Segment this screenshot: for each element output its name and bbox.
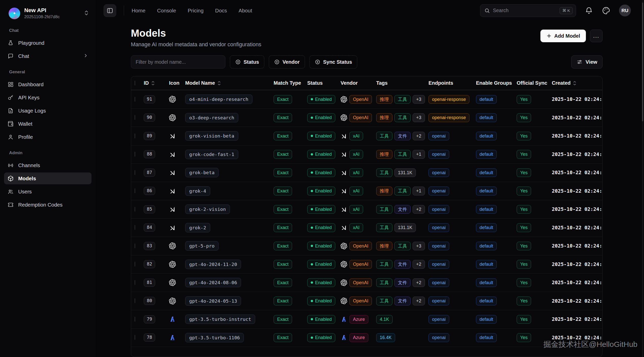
row-checkbox[interactable] <box>135 115 135 120</box>
endpoint-badge: openai-response <box>428 113 469 122</box>
row-checkbox[interactable] <box>135 188 135 193</box>
workspace-switcher[interactable]: ✦ New API 20251108-2fd7d8c <box>0 5 96 21</box>
chevron-updown-icon[interactable] <box>84 10 89 17</box>
xai-logo-icon <box>341 224 347 231</box>
global-search[interactable]: ⌘ K <box>480 4 576 17</box>
row-checkbox[interactable] <box>135 335 135 340</box>
page-scrollbar-thumb[interactable] <box>642 3 643 121</box>
table-row: 82gpt-4o-2024-11-20ExactEnabledOpenAI工具文… <box>131 255 602 274</box>
user-avatar[interactable]: RU <box>619 5 631 16</box>
model-name-pill: grok-2 <box>185 223 210 232</box>
enable-group-badge: default <box>476 315 497 324</box>
row-checkbox[interactable] <box>135 133 135 138</box>
sidebar: ✦ New API 20251108-2fd7d8c ChatPlaygroun… <box>0 0 96 357</box>
column-header-id[interactable]: ID <box>144 80 169 86</box>
endpoint-badge: openai <box>428 168 449 177</box>
tag-badge: 工具 <box>376 168 392 177</box>
sidebar-item-playground[interactable]: Playground <box>4 37 91 49</box>
row-checkbox[interactable] <box>135 207 135 212</box>
sidebar-item-chat[interactable]: Chat <box>4 50 91 62</box>
row-checkbox[interactable] <box>135 243 135 248</box>
tag-badge: 工具 <box>394 95 411 104</box>
openai-logo-icon <box>169 298 176 304</box>
openai-logo-icon <box>341 279 347 286</box>
column-header-created[interactable]: Created <box>552 80 602 86</box>
sidebar-toggle-button[interactable] <box>104 4 116 17</box>
sidebar-item-profile[interactable]: Profile <box>4 131 91 143</box>
endpoint-badge: openai <box>428 150 449 159</box>
model-id-badge: 84 <box>144 224 155 232</box>
palette-icon <box>602 6 610 15</box>
match-type-badge: Exact <box>274 113 292 122</box>
column-header-enable-groups: Enable Groups <box>476 80 517 86</box>
row-checkbox[interactable] <box>135 97 135 102</box>
ellipsis-icon: ... <box>593 33 599 39</box>
match-type-badge: Exact <box>274 205 292 214</box>
tag-badge: 工具 <box>376 297 392 305</box>
column-header-endpoints: Endpoints <box>428 80 476 86</box>
row-checkbox[interactable] <box>135 262 135 266</box>
top-nav: HomeConsolePricingDocsAbout <box>132 8 252 14</box>
sidebar-item-channels[interactable]: Channels <box>4 159 91 171</box>
created-timestamp: 2025-10-22 02:24:3 <box>552 261 602 267</box>
top-nav-link-home[interactable]: Home <box>132 8 146 14</box>
status-dot <box>311 337 313 339</box>
sort-icon[interactable] <box>573 81 576 85</box>
key-icon <box>8 95 14 101</box>
add-model-button[interactable]: Add Model <box>540 30 586 42</box>
table-row: 89grok-vision-betaExactEnabledxAI工具文件+2o… <box>131 127 602 145</box>
sort-icon[interactable] <box>218 81 221 85</box>
column-header-model-name[interactable]: Model Name <box>185 80 274 86</box>
xai-logo-icon <box>341 206 347 213</box>
row-checkbox[interactable] <box>135 280 135 285</box>
row-checkbox[interactable] <box>135 225 135 230</box>
official-sync-badge: Yes <box>517 297 531 305</box>
sidebar-item-users[interactable]: Users <box>4 186 91 197</box>
row-checkbox[interactable] <box>135 298 135 303</box>
select-all-checkbox[interactable] <box>135 81 135 85</box>
filter-button-sync-status[interactable]: Sync Status <box>309 55 357 69</box>
row-checkbox[interactable] <box>135 317 135 322</box>
chat-icon <box>8 53 14 59</box>
cube-icon <box>8 175 14 182</box>
status-badge: Enabled <box>307 223 335 232</box>
row-checkbox[interactable] <box>135 152 135 157</box>
table-row: 88grok-code-fast-1ExactEnabledxAI推理工具+1o… <box>131 145 602 164</box>
top-nav-link-console[interactable]: Console <box>157 8 176 14</box>
model-id-badge: 88 <box>144 150 155 158</box>
sort-icon[interactable] <box>151 81 155 85</box>
enable-group-badge: default <box>476 150 497 159</box>
sidebar-item-api-keys[interactable]: API Keys <box>4 92 91 103</box>
created-timestamp: 2025-10-22 02:24:3 <box>552 96 602 102</box>
vendor-badge: xAI <box>349 132 363 141</box>
top-nav-link-docs[interactable]: Docs <box>215 8 227 14</box>
column-header-official-sync: Official Sync <box>517 80 552 86</box>
sidebar-item-usage-logs[interactable]: Usage Logs <box>4 105 91 117</box>
enable-group-badge: default <box>476 205 497 214</box>
search-input[interactable] <box>493 8 557 13</box>
match-type-badge: Exact <box>274 223 292 232</box>
table-row: 81gpt-4o-2024-08-06ExactEnabledOpenAI工具文… <box>131 273 602 292</box>
endpoint-badge: openai-response <box>428 95 469 104</box>
notifications-button[interactable] <box>585 6 593 15</box>
sidebar-item-wallet[interactable]: Wallet <box>4 118 91 130</box>
openai-logo-icon <box>169 114 176 121</box>
theme-button[interactable] <box>602 6 610 15</box>
sidebar-item-dashboard[interactable]: Dashboard <box>4 78 91 90</box>
sidebar-item-models[interactable]: Models <box>4 172 91 184</box>
view-options-button[interactable]: View <box>571 55 603 69</box>
model-filter-input[interactable] <box>131 55 225 69</box>
filter-button-vendor[interactable]: Vendor <box>269 55 305 69</box>
created-timestamp: 2025-10-22 02:24:3 <box>552 188 602 194</box>
more-actions-button[interactable]: ... <box>590 30 603 42</box>
filter-button-status[interactable]: Status <box>230 55 264 69</box>
tag-badge: 工具 <box>376 278 392 287</box>
row-checkbox[interactable] <box>135 170 135 175</box>
search-icon <box>484 8 490 13</box>
sidebar-item-redemption-codes[interactable]: Redemption Codes <box>4 199 91 211</box>
match-type-badge: Exact <box>274 150 292 159</box>
model-id-badge: 80 <box>144 297 155 305</box>
top-nav-link-about[interactable]: About <box>238 8 252 14</box>
top-nav-link-pricing[interactable]: Pricing <box>188 8 204 14</box>
status-badge: Enabled <box>307 260 335 269</box>
